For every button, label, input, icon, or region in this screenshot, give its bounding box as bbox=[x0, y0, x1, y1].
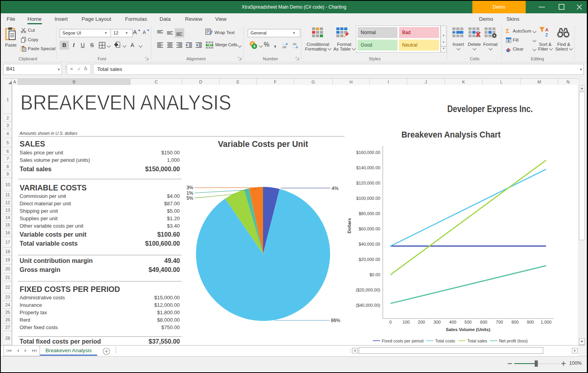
svg-text:Fixed costs per period: Fixed costs per period bbox=[382, 339, 423, 343]
svg-text:Dollars: Dollars bbox=[347, 218, 352, 234]
svg-text:0: 0 bbox=[389, 320, 392, 324]
svg-text:700: 700 bbox=[496, 320, 503, 324]
svg-text:300: 300 bbox=[434, 320, 441, 324]
svg-text:600: 600 bbox=[480, 320, 487, 324]
svg-text:$120,000.00: $120,000.00 bbox=[356, 181, 380, 185]
svg-text:($40,000.00): ($40,000.00) bbox=[356, 303, 380, 308]
svg-text:Breakeven Analysis Chart: Breakeven Analysis Chart bbox=[401, 130, 501, 139]
svg-text:$100,000.00: $100,000.00 bbox=[356, 196, 380, 201]
svg-text:Total costs: Total costs bbox=[435, 339, 456, 343]
svg-text:200: 200 bbox=[418, 320, 425, 324]
svg-text:$0.00: $0.00 bbox=[369, 272, 380, 277]
svg-text:900: 900 bbox=[527, 320, 534, 324]
svg-text:Total sales: Total sales bbox=[467, 339, 488, 343]
svg-text:$80,000.00: $80,000.00 bbox=[359, 211, 380, 216]
svg-text:800: 800 bbox=[512, 320, 519, 324]
svg-text:5%: 5% bbox=[187, 196, 194, 201]
svg-text:500: 500 bbox=[465, 320, 472, 324]
svg-text:$160,000.00: $160,000.00 bbox=[356, 150, 380, 155]
svg-text:Sales Volume (Units): Sales Volume (Units) bbox=[446, 327, 490, 332]
svg-text:1%: 1% bbox=[187, 190, 194, 196]
svg-text:$60,000.00: $60,000.00 bbox=[359, 226, 380, 231]
svg-text:$140,000.00: $140,000.00 bbox=[356, 165, 380, 170]
svg-text:($20,000.00): ($20,000.00) bbox=[356, 288, 380, 292]
svg-text:Variable Costs per Unit: Variable Costs per Unit bbox=[218, 139, 308, 149]
svg-text:Net profit (loss): Net profit (loss) bbox=[499, 339, 528, 343]
svg-text:$20,000.00: $20,000.00 bbox=[359, 257, 380, 262]
svg-text:3%: 3% bbox=[187, 185, 194, 190]
svg-text:1,000: 1,000 bbox=[541, 320, 552, 324]
svg-text:100: 100 bbox=[403, 320, 410, 324]
svg-text:400: 400 bbox=[449, 320, 456, 324]
svg-text:$40,000.00: $40,000.00 bbox=[359, 242, 380, 246]
svg-text:86%: 86% bbox=[331, 318, 340, 323]
svg-text:Developer Express Inc.: Developer Express Inc. bbox=[447, 104, 533, 114]
svg-text:4%: 4% bbox=[332, 186, 339, 191]
